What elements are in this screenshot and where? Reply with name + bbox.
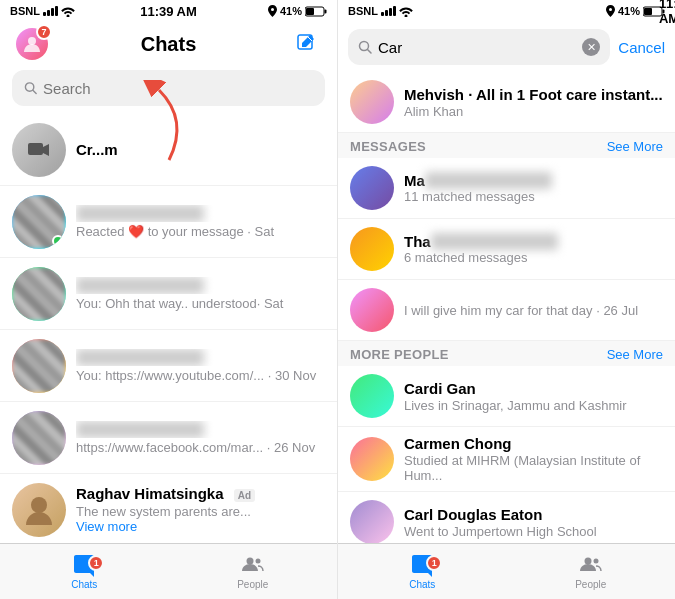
svg-point-3 — [28, 37, 36, 45]
right-search-input[interactable] — [378, 39, 576, 56]
ad-badge: Ad — [234, 489, 255, 502]
chat-content: ████████████ You: https://www.youtube.co… — [76, 349, 325, 383]
people-tab-icon — [241, 553, 265, 577]
search-input-container[interactable]: ✕ — [348, 29, 610, 65]
more-people-section-title: MORE PEOPLE — [350, 347, 449, 362]
people-result[interactable]: Carmen Chong Studied at MIHRM (Malaysian… — [338, 427, 675, 492]
right-search-header: ✕ Cancel — [338, 22, 675, 72]
left-search-input[interactable] — [43, 80, 313, 97]
message-avatar — [350, 166, 394, 210]
people-content: Cardi Gan Lives in Srinagar, Jammu and K… — [404, 380, 663, 413]
tab-people-right[interactable]: People — [507, 553, 676, 590]
more-people-see-more[interactable]: See More — [607, 347, 663, 362]
chat-content: ████████████ You: Ohh that way.. underst… — [76, 277, 325, 311]
search-results: Mehvish · All in 1 Foot care instant... … — [338, 72, 675, 543]
right-status-right: 41% — [606, 5, 665, 17]
message-preview: I will give him my car for that day · 26… — [404, 303, 663, 318]
svg-point-11 — [246, 558, 253, 565]
chat-item[interactable]: ████████████ https://www.facebook.com/ma… — [0, 402, 337, 474]
chat-preview: Reacted ❤️ to your message · Sat — [76, 224, 325, 239]
svg-point-10 — [31, 497, 47, 513]
message-name: Ma████████████ — [404, 172, 663, 189]
wifi-icon — [61, 6, 75, 17]
signal-label: BSNL — [10, 5, 40, 17]
blurred-name: ████████████ — [431, 233, 559, 250]
chat-content: ████████████ Reacted ❤️ to your message … — [76, 205, 325, 239]
right-location-icon — [606, 5, 615, 17]
people-name: Cardi Gan — [404, 380, 663, 397]
battery-icon — [305, 6, 327, 17]
chat-avatar — [12, 411, 66, 465]
blurred-name: ████████████ — [425, 172, 553, 189]
left-search-icon — [24, 81, 37, 95]
message-count: 6 matched messages — [404, 250, 663, 265]
chat-avatar — [12, 195, 66, 249]
chat-item[interactable]: Cr...m — [0, 114, 337, 186]
left-status-bar: BSNL 11:39 AM 41% — [0, 0, 337, 22]
left-panel: BSNL 11:39 AM 41% — [0, 0, 338, 599]
contact-avatar — [350, 80, 394, 124]
people-result[interactable]: Cardi Gan Lives in Srinagar, Jammu and K… — [338, 366, 675, 427]
message-content: Tha████████████ 6 matched messages — [404, 233, 663, 265]
contact-name: Mehvish · All in 1 Foot care instant... — [404, 86, 663, 103]
left-header: 7 Chats — [0, 22, 337, 66]
right-status-bar: BSNL 11:39 AM 41% — [338, 0, 675, 22]
video-camera-icon — [26, 137, 52, 163]
people-avatar — [350, 374, 394, 418]
chat-preview: You: Ohh that way.. understood· Sat — [76, 296, 325, 311]
right-time: 11:39 AM — [659, 0, 675, 26]
chat-item-ad[interactable]: Raghav Himatsingka Ad The new system par… — [0, 474, 337, 543]
message-avatar — [350, 288, 394, 332]
message-result[interactable]: Ma████████████ 11 matched messages — [338, 158, 675, 219]
people-tab-label: People — [237, 579, 268, 590]
compose-icon — [296, 33, 318, 55]
chat-item[interactable]: ████████████ You: Ohh that way.. underst… — [0, 258, 337, 330]
people-name: Carl Douglas Eaton — [404, 506, 663, 523]
contact-result[interactable]: Mehvish · All in 1 Foot care instant... … — [338, 72, 675, 133]
message-name: Tha████████████ — [404, 233, 663, 250]
tab-people-left[interactable]: People — [169, 553, 338, 590]
people-sub: Studied at MIHRM (Malaysian Institute of… — [404, 453, 663, 483]
right-search-icon — [358, 40, 372, 54]
chat-list: Cr...m ████████████ Reacted ❤️ to your m… — [0, 114, 337, 543]
chat-preview: The new system parents are... — [76, 504, 325, 519]
people-content: Carmen Chong Studied at MIHRM (Malaysian… — [404, 435, 663, 483]
left-search-bar[interactable] — [12, 70, 325, 106]
svg-point-12 — [255, 559, 260, 564]
profile-avatar-container[interactable]: 7 — [16, 28, 48, 60]
svg-point-19 — [593, 559, 598, 564]
message-content: I will give him my car for that day · 26… — [404, 302, 663, 318]
message-result[interactable]: I will give him my car for that day · 26… — [338, 280, 675, 341]
chat-preview: You: https://www.youtube.com/... · 30 No… — [76, 368, 325, 383]
chat-content: Cr...m — [76, 141, 325, 158]
messages-see-more[interactable]: See More — [607, 139, 663, 154]
people-result[interactable]: Carl Douglas Eaton Went to Jumpertown Hi… — [338, 492, 675, 543]
compose-button[interactable] — [293, 30, 321, 58]
message-count: 11 matched messages — [404, 189, 663, 204]
contact-content: Mehvish · All in 1 Foot care instant... … — [404, 86, 663, 119]
left-time: 11:39 AM — [140, 4, 197, 19]
chat-preview: https://www.facebook.com/mar... · 26 Nov — [76, 440, 325, 455]
svg-point-18 — [584, 558, 591, 565]
search-clear-button[interactable]: ✕ — [582, 38, 600, 56]
chat-avatar — [12, 483, 66, 537]
tab-chats-right[interactable]: 1 Chats — [338, 553, 507, 590]
chat-avatar — [12, 339, 66, 393]
blurred-name: ████████████ — [76, 277, 204, 294]
chat-item[interactable]: ████████████ Reacted ❤️ to your message … — [0, 186, 337, 258]
right-battery-label: 41% — [618, 5, 640, 17]
search-cancel-button[interactable]: Cancel — [618, 39, 665, 56]
view-more-link[interactable]: View more — [76, 519, 325, 534]
tab-chats-left[interactable]: 1 Chats — [0, 553, 169, 590]
left-header-title: Chats — [141, 33, 197, 56]
people-avatar — [350, 500, 394, 543]
message-result[interactable]: Tha████████████ 6 matched messages — [338, 219, 675, 280]
chat-name: ████████████ — [76, 205, 325, 222]
profile-badge: 7 — [36, 24, 52, 40]
chat-name: ████████████ — [76, 277, 325, 294]
svg-rect-2 — [306, 8, 314, 15]
right-people-tab-label: People — [575, 579, 606, 590]
chat-content: Raghav Himatsingka Ad The new system par… — [76, 485, 325, 534]
chat-item[interactable]: ████████████ You: https://www.youtube.co… — [0, 330, 337, 402]
chat-avatar — [12, 123, 66, 177]
